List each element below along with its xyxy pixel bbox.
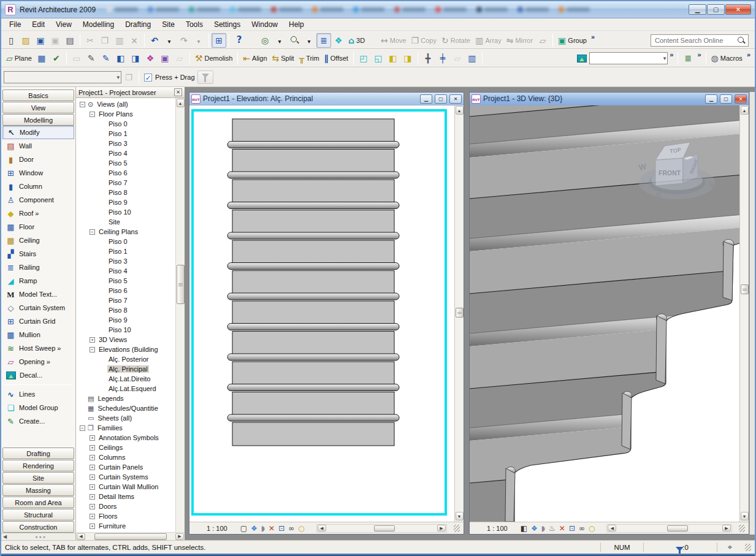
view-scale-label[interactable]: 1 : 100 bbox=[207, 525, 227, 532]
offset-button[interactable]: Offset bbox=[322, 51, 351, 66]
tree-item[interactable]: Piso 0 bbox=[76, 237, 175, 246]
vc-glasses-icon[interactable] bbox=[579, 524, 585, 533]
3d-box-button[interactable] bbox=[331, 33, 346, 48]
design-tool-stairs[interactable]: Stairs bbox=[1, 247, 75, 261]
maximize-button[interactable]: ▢ bbox=[435, 94, 447, 104]
design-tool-railing[interactable]: Railing bbox=[1, 261, 75, 274]
linework-button[interactable] bbox=[99, 51, 113, 66]
tree-item[interactable]: +Curtain Panels bbox=[76, 462, 175, 472]
browser-scrollbar-thumb[interactable] bbox=[177, 265, 185, 304]
toolbar-overflow-chevron[interactable]: » bbox=[668, 51, 675, 58]
vc-box3d-icon[interactable] bbox=[531, 524, 538, 533]
tree-item[interactable]: Piso 10 bbox=[76, 207, 175, 217]
window-resize-grip[interactable] bbox=[745, 544, 751, 551]
tree-item[interactable]: +Curtain Wall Mullion bbox=[76, 482, 175, 492]
elevation-view-window[interactable]: RVT Project1 - Elevation: Alç. Principal… bbox=[189, 92, 464, 535]
menu-view[interactable]: View bbox=[50, 19, 77, 30]
project-browser-close-icon[interactable]: ✕ bbox=[174, 88, 182, 96]
tree-item[interactable]: +Furniture bbox=[76, 521, 175, 531]
design-tab-site[interactable]: Site bbox=[2, 472, 74, 484]
open-button[interactable] bbox=[18, 33, 33, 48]
vc-crop-icon[interactable] bbox=[278, 524, 284, 533]
scroll-down-icon[interactable]: ▼ bbox=[456, 512, 464, 520]
render-combobox[interactable]: ▾ bbox=[589, 52, 668, 64]
design-tool-floor[interactable]: Floor bbox=[1, 220, 75, 234]
toolbar-overflow-chevron[interactable]: » bbox=[589, 33, 597, 40]
scroll-up-icon[interactable]: ▲ bbox=[177, 99, 185, 107]
unjoin-geometry-button[interactable] bbox=[371, 51, 386, 66]
tree-item[interactable]: Piso 10 bbox=[76, 325, 175, 335]
design-tool-wall[interactable]: Wall bbox=[1, 139, 75, 153]
design-tool-model-group[interactable]: Model Group bbox=[1, 401, 75, 414]
tree-expander-collapse-icon[interactable]: − bbox=[80, 102, 85, 107]
elevation-window-titlebar[interactable]: RVT Project1 - Elevation: Alç. Principal… bbox=[189, 93, 464, 105]
design-tool-lines[interactable]: Lines bbox=[1, 387, 75, 401]
tree-item[interactable]: −Floor Plans bbox=[76, 109, 175, 119]
split-face-button[interactable] bbox=[158, 51, 172, 66]
tree-item[interactable]: Sheets (all) bbox=[76, 413, 175, 423]
scroll-down-icon[interactable]: ▼ bbox=[741, 512, 749, 520]
tree-item[interactable]: Piso 8 bbox=[76, 305, 175, 315]
maximize-button[interactable]: ▢ bbox=[707, 4, 725, 15]
work-grid-button[interactable] bbox=[34, 51, 49, 66]
tree-item[interactable]: Piso 4 bbox=[76, 148, 175, 158]
minimize-button[interactable]: ▁ bbox=[420, 94, 432, 104]
browser-horizontal-scrollbar[interactable]: ◀ ▶ bbox=[76, 532, 185, 540]
scroll-left-icon[interactable]: ◀ bbox=[77, 533, 85, 540]
design-tool-curtain-system[interactable]: Curtain System bbox=[1, 301, 75, 314]
edit-profile-button[interactable] bbox=[128, 51, 143, 66]
scroll-left-icon[interactable]: ◀ bbox=[318, 525, 326, 531]
close-button[interactable]: ✕ bbox=[735, 94, 747, 104]
vc-cropx-icon[interactable] bbox=[559, 524, 565, 533]
workspace-scrollbar[interactable] bbox=[749, 92, 755, 535]
tree-expander-expand-icon[interactable]: + bbox=[90, 465, 95, 470]
worksharing-pane[interactable] bbox=[717, 543, 743, 552]
tree-item[interactable]: Site bbox=[76, 217, 175, 227]
menu-settings[interactable]: Settings bbox=[208, 19, 246, 30]
vc-shadow-icon[interactable] bbox=[541, 524, 545, 533]
close-button[interactable]: ✕ bbox=[725, 4, 751, 15]
tree-expander-expand-icon[interactable]: + bbox=[90, 435, 95, 441]
vc-halfsq-icon[interactable] bbox=[521, 524, 527, 533]
align-button[interactable]: Align bbox=[240, 51, 269, 66]
design-options-button[interactable] bbox=[681, 51, 695, 66]
uncut-geometry-button[interactable] bbox=[400, 51, 415, 66]
tree-item[interactable]: +Annotation Symbols bbox=[76, 433, 175, 443]
design-tab-rendering[interactable]: Rendering bbox=[2, 460, 74, 471]
scroll-right-icon[interactable]: ▶ bbox=[722, 525, 731, 531]
vc-glasses-icon[interactable] bbox=[288, 524, 294, 533]
elevation-horizontal-scrollbar[interactable]: ◀ ▶ bbox=[316, 524, 447, 533]
browser-hscroll-thumb[interactable] bbox=[94, 533, 167, 540]
tree-expander-expand-icon[interactable]: + bbox=[90, 494, 95, 500]
tree-item[interactable]: +Ceilings bbox=[76, 443, 175, 452]
join-geometry-button[interactable] bbox=[356, 51, 371, 66]
3d-horizontal-scrollbar[interactable]: ◀ ▶ bbox=[606, 524, 732, 533]
save-button[interactable] bbox=[33, 33, 48, 48]
tree-item[interactable]: +Detail Items bbox=[76, 492, 175, 501]
design-tab-structural[interactable]: Structural bbox=[2, 509, 74, 520]
tree-item[interactable]: +Doors bbox=[76, 501, 175, 511]
project-browser-toggle[interactable] bbox=[212, 33, 226, 48]
tree-item[interactable]: Piso 6 bbox=[76, 168, 175, 178]
default-3d-view-button[interactable]: 3D bbox=[346, 33, 367, 48]
browser-vertical-scrollbar[interactable]: ▲ bbox=[175, 98, 185, 532]
design-tab-view[interactable]: View bbox=[2, 102, 74, 113]
design-tool-host-sweep-[interactable]: Host Sweep » bbox=[1, 341, 75, 355]
tree-expander-expand-icon[interactable]: + bbox=[90, 455, 95, 460]
view-scale-label[interactable]: 1 : 100 bbox=[487, 525, 508, 532]
design-tool-create-[interactable]: Create... bbox=[1, 414, 75, 428]
vc-teapot-icon[interactable] bbox=[549, 524, 556, 533]
maximize-button[interactable]: ▢ bbox=[720, 94, 732, 104]
design-tab-drafting[interactable]: Drafting bbox=[2, 447, 74, 459]
split-button[interactable]: Split bbox=[270, 51, 297, 66]
scroll-up-icon[interactable]: ▲ bbox=[741, 106, 749, 115]
vc-bulb-icon[interactable] bbox=[589, 524, 595, 533]
menu-window[interactable]: Window bbox=[246, 19, 283, 30]
thin-lines-toggle[interactable] bbox=[316, 33, 331, 48]
toolbar-overflow-chevron[interactable]: » bbox=[695, 51, 703, 58]
tree-item[interactable]: Piso 8 bbox=[76, 188, 175, 197]
demolish-button[interactable]: Demolish bbox=[193, 51, 235, 66]
dynamically-modify-view-button[interactable] bbox=[258, 33, 272, 48]
design-tool-modify[interactable]: Modify bbox=[2, 126, 74, 139]
tree-expander-collapse-icon[interactable]: − bbox=[80, 425, 85, 431]
